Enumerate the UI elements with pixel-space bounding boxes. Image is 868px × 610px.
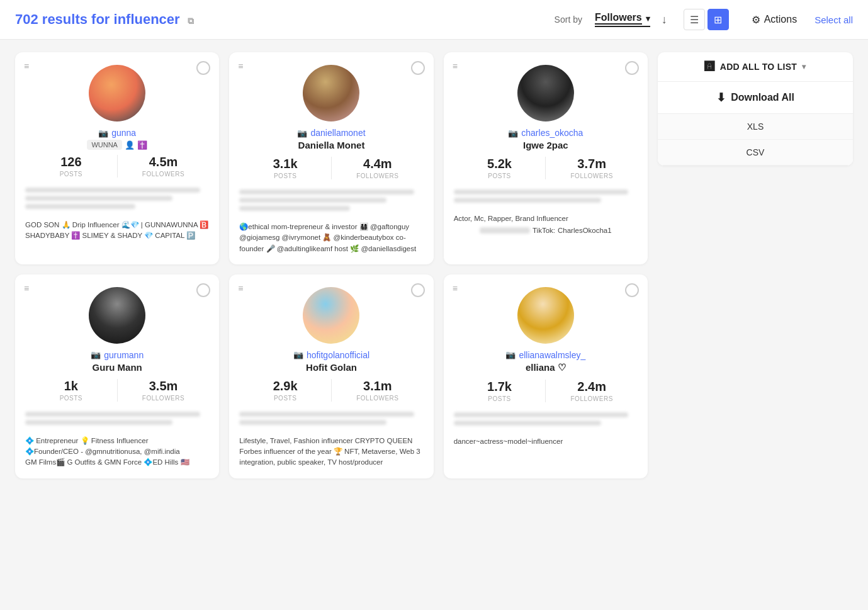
followers-count: 2.4m — [546, 380, 638, 394]
influencer-card-ellianawalmsley_: ≡ 📷 ellianawalmsley_ elliana ♡ 1.7k POST… — [444, 274, 648, 478]
card-username[interactable]: 📷 hofitgolanofficial — [293, 350, 369, 360]
tiktok-handle: CharlesOkocha1 — [558, 227, 612, 234]
select-all-button[interactable]: Select all — [814, 14, 853, 25]
keyword: influencer — [114, 11, 180, 27]
blur-bar-1 — [25, 412, 200, 417]
username-text: charles_okocha — [521, 128, 583, 138]
sort-direction-icon[interactable]: ↓ — [662, 13, 667, 26]
followers-stat: 2.4m FOLLOWERS — [546, 380, 638, 402]
card-select-checkbox[interactable] — [411, 61, 425, 75]
card-bio: Lifestyle, Travel, Fashion influencer CR… — [239, 436, 423, 468]
blur-bar-3 — [25, 204, 135, 209]
avatar — [517, 287, 574, 344]
card-select-checkbox[interactable] — [625, 283, 639, 297]
avatar — [303, 65, 359, 121]
card-bio: Actor, Mc, Rapper, Brand Influencer — [454, 213, 638, 224]
actions-panel: 🅰 ADD ALL TO LIST ▾ ⬇ Download All XLS C… — [658, 52, 853, 166]
posts-label: POSTS — [454, 172, 546, 179]
avatar — [89, 65, 145, 121]
blur-bar-1 — [239, 189, 414, 195]
card-menu-icon[interactable]: ≡ — [238, 61, 243, 71]
sort-field: Followers — [595, 12, 642, 25]
blur-bar-2 — [454, 421, 601, 426]
sort-dropdown[interactable]: Followers ▾ — [595, 12, 650, 27]
blur-bar-2 — [25, 196, 172, 201]
card-username[interactable]: 📷 gunna — [98, 128, 136, 138]
results-title: 702 results for influencer ⧉ — [15, 11, 547, 28]
followers-count: 3.1m — [332, 379, 424, 393]
username-text: hofitgolanofficial — [307, 350, 369, 360]
instagram-icon: 📷 — [98, 128, 108, 138]
tiktok-label: TikTok: — [533, 227, 555, 234]
followers-label: FOLLOWERS — [546, 172, 638, 179]
instagram-icon: 📷 — [91, 350, 101, 359]
gear-icon: ⚙ — [752, 14, 760, 26]
card-menu-icon[interactable]: ≡ — [238, 283, 243, 293]
card-select-checkbox[interactable] — [196, 283, 210, 297]
followers-count: 4.4m — [332, 157, 424, 171]
grid-view-button[interactable]: ⊞ — [707, 9, 729, 30]
blur-bar-2 — [454, 198, 601, 203]
card-menu-icon[interactable]: ≡ — [24, 61, 29, 71]
card-display-name: Daniella Monet — [298, 140, 365, 150]
instagram-icon: 📷 — [508, 128, 518, 138]
card-display-name: Guru Mann — [93, 362, 142, 373]
card-bio: 💠 Entrepreneur 💡 Fitness Influencer💠Foun… — [25, 436, 209, 468]
followers-count: 3.5m — [118, 379, 210, 393]
influencer-card-charles_okocha: ≡ 📷 charles_okocha Igwe 2pac 5.2k POSTS … — [444, 52, 648, 264]
card-username[interactable]: 📷 daniellamonet — [297, 128, 365, 138]
followers-label: FOLLOWERS — [546, 395, 638, 402]
posts-label: POSTS — [239, 395, 331, 402]
card-display-name: elliana ♡ — [526, 362, 566, 373]
avatar — [303, 287, 359, 344]
blur-bars — [454, 412, 638, 429]
download-icon: ⬇ — [716, 91, 726, 104]
list-view-button[interactable]: ☰ — [684, 9, 705, 30]
avatar — [517, 65, 574, 121]
blur-bar-2 — [239, 420, 386, 425]
blur-bars — [239, 189, 423, 214]
tag-icon2: ✝️ — [137, 140, 147, 150]
posts-count: 3.1k — [239, 157, 331, 171]
download-all-button[interactable]: ⬇ Download All — [658, 82, 853, 114]
tag-icon1: 👤 — [125, 140, 135, 150]
posts-stat: 126 POSTS — [25, 155, 118, 178]
xls-option[interactable]: XLS — [658, 114, 853, 140]
csv-option[interactable]: CSV — [658, 140, 853, 166]
copy-icon[interactable]: ⧉ — [188, 16, 194, 26]
blur-bar-1 — [25, 188, 200, 193]
card-username[interactable]: 📷 ellianawalmsley_ — [505, 350, 585, 360]
card-menu-icon[interactable]: ≡ — [24, 283, 29, 293]
username-text: daniellamonet — [310, 128, 365, 138]
card-bio: 🌎ethical mom-trepreneur & investor 👨‍👩‍👧… — [239, 222, 423, 254]
posts-count: 2.9k — [239, 379, 331, 393]
card-username[interactable]: 📷 gurumann — [91, 350, 144, 360]
blur-bar-1 — [454, 189, 629, 195]
card-stats: 1.7k POSTS 2.4m FOLLOWERS — [454, 380, 638, 402]
followers-label: FOLLOWERS — [118, 395, 210, 402]
posts-stat: 5.2k POSTS — [454, 157, 546, 179]
card-menu-icon[interactable]: ≡ — [453, 283, 458, 293]
blur-bars — [239, 412, 423, 428]
tiktok-row: TikTok: CharlesOkocha1 — [480, 227, 612, 234]
add-list-chevron-icon: ▾ — [802, 62, 806, 71]
blur-bars — [25, 188, 209, 212]
card-select-checkbox[interactable] — [625, 61, 639, 75]
main-content: ≡ 📷 gunna WUNNA 👤 ✝️ 126 POSTS 4.5m FOLL… — [0, 40, 868, 491]
card-menu-icon[interactable]: ≡ — [453, 61, 458, 71]
actions-button[interactable]: ⚙ Actions — [752, 14, 797, 26]
card-select-checkbox[interactable] — [411, 283, 425, 297]
blur-bar-3 — [239, 206, 349, 211]
add-all-to-list-button[interactable]: 🅰 ADD ALL TO LIST ▾ — [658, 52, 853, 82]
card-bio: dancer~actress~model~influencer — [454, 436, 638, 447]
card-username[interactable]: 📷 charles_okocha — [508, 128, 583, 138]
page-header: 702 results for influencer ⧉ Sort by Fol… — [0, 0, 868, 40]
card-select-checkbox[interactable] — [196, 61, 210, 75]
view-toggle: ☰ ⊞ — [684, 9, 729, 30]
blur-bar-1 — [239, 412, 414, 417]
posts-count: 1.7k — [454, 380, 546, 394]
card-display-name: Igwe 2pac — [523, 140, 568, 150]
followers-label: FOLLOWERS — [332, 395, 424, 402]
sort-chevron-icon[interactable]: ▾ — [646, 14, 650, 23]
card-display-name: Hofit Golan — [306, 362, 357, 373]
